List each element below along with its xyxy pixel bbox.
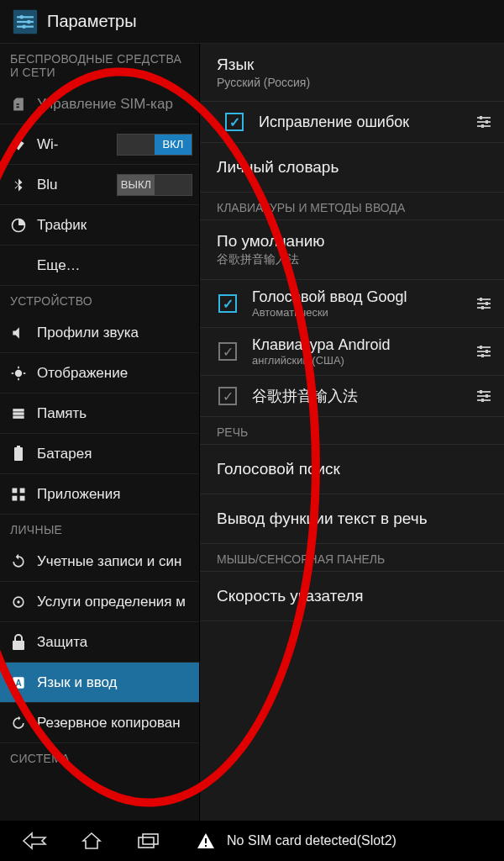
- default-ime-sub: 谷歌拼音输入法: [217, 252, 491, 267]
- settings-icon: [7, 8, 44, 36]
- svg-rect-20: [13, 495, 18, 500]
- svg-rect-13: [13, 409, 24, 411]
- sidebar-item-label: Wi-: [37, 136, 117, 153]
- sidebar-item-bluetooth[interactable]: Blu ВЫКЛ: [0, 165, 199, 205]
- settings-sliders-icon[interactable]: [472, 110, 496, 134]
- sidebar-item-label: Blu: [37, 177, 117, 193]
- lock-icon: [8, 632, 29, 652]
- sidebar-item-label: Учетные записи и син: [37, 553, 192, 570]
- section-header-system: СИСТЕМА: [0, 743, 199, 770]
- section-header-device: УСТРОЙСТВО: [0, 286, 199, 313]
- svg-rect-32: [481, 124, 484, 128]
- default-ime-title: По умолчанию: [217, 232, 491, 251]
- apps-icon: [8, 484, 29, 504]
- sidebar-item-more[interactable]: Еще…: [0, 246, 199, 286]
- voice-search-row[interactable]: Голосовой поиск: [200, 445, 504, 494]
- personal-dict-label: Личный словарь: [217, 158, 491, 177]
- spellcheck-checkbox[interactable]: [225, 113, 244, 131]
- svg-rect-30: [480, 116, 482, 119]
- notification-area[interactable]: No SIM card detected(Slot2): [163, 821, 504, 861]
- svg-point-6: [22, 24, 26, 29]
- language-value: Русский (Россия): [217, 76, 491, 89]
- sidebar-item-label: Батарея: [37, 446, 192, 462]
- pointer-speed-label: Скорость указателя: [217, 587, 491, 605]
- svg-rect-51: [139, 837, 154, 848]
- sidebar-item-data[interactable]: Трафик: [0, 205, 199, 246]
- svg-rect-54: [205, 845, 207, 847]
- sidebar-item-display[interactable]: Отображение: [0, 353, 199, 394]
- sidebar-item-audio[interactable]: Профили звука: [0, 313, 199, 353]
- sidebar-item-wifi[interactable]: Wi- ВКЛ: [0, 124, 199, 165]
- sidebar-item-label: Управление SIM-кар: [37, 96, 192, 113]
- ime-row-android-kbd[interactable]: Клавиатура Android английский (США): [200, 328, 504, 376]
- tts-row[interactable]: Вывод функции текст в речь: [200, 494, 504, 544]
- sidebar-item-label: Еще…: [37, 257, 192, 274]
- wifi-toggle[interactable]: ВКЛ: [117, 134, 192, 156]
- sidebar-item-battery[interactable]: Батарея: [0, 434, 199, 474]
- svg-rect-53: [205, 838, 207, 843]
- sidebar-item-location[interactable]: Услуги определения м: [0, 582, 199, 622]
- sidebar-item-label: Профили звука: [37, 325, 192, 341]
- nav-recent-button[interactable]: [134, 827, 163, 855]
- sidebar-item-label: Защита: [37, 634, 192, 651]
- nav-home-button[interactable]: [77, 827, 106, 855]
- svg-rect-19: [20, 488, 25, 493]
- sidebar-item-security[interactable]: Защита: [0, 622, 199, 663]
- tts-label: Вывод функции текст в речь: [217, 510, 491, 528]
- display-icon: [8, 363, 29, 383]
- section-header-personal: ЛИЧНЫЕ: [0, 515, 199, 541]
- svg-rect-37: [486, 302, 488, 305]
- ime-checkbox[interactable]: [218, 342, 237, 361]
- app-title: Параметры: [47, 12, 137, 31]
- sidebar-item-label: Память: [37, 405, 192, 422]
- voice-search-label: Голосовой поиск: [217, 460, 491, 478]
- pointer-speed-row[interactable]: Скорость указателя: [200, 572, 504, 621]
- svg-point-4: [19, 15, 24, 19]
- sidebar-item-storage[interactable]: Память: [0, 394, 199, 434]
- keyboards-section-header: КЛАВИАТУРЫ И МЕТОДЫ ВВОДА: [200, 193, 504, 220]
- personal-dict-row[interactable]: Личный словарь: [200, 143, 504, 193]
- svg-rect-49: [486, 394, 488, 398]
- sidebar-item-accounts[interactable]: Учетные записи и син: [0, 541, 199, 582]
- svg-rect-50: [481, 399, 484, 402]
- spellcheck-row[interactable]: Исправление ошибок: [200, 102, 504, 143]
- svg-rect-38: [481, 306, 484, 309]
- bt-icon: [8, 175, 29, 195]
- settings-sliders-icon[interactable]: [472, 292, 496, 315]
- sim-icon: [8, 94, 29, 114]
- language-row[interactable]: Язык Русский (Россия): [200, 44, 504, 102]
- ime-checkbox[interactable]: [218, 387, 237, 405]
- svg-rect-48: [480, 390, 482, 394]
- ime-row-google-voice[interactable]: Голосовой ввод Googl Автоматически: [200, 280, 504, 328]
- svg-rect-42: [480, 346, 482, 349]
- audio-icon: [8, 323, 29, 343]
- default-ime-row[interactable]: По умолчанию 谷歌拼音输入法: [200, 220, 504, 280]
- sidebar-item-language[interactable]: A Язык и ввод: [0, 663, 199, 703]
- notification-text: No SIM card detected(Slot2): [227, 833, 396, 848]
- storage-icon: [8, 404, 29, 424]
- ime-sub: английский (США): [252, 354, 467, 367]
- sidebar-item-label: Язык и ввод: [37, 674, 192, 691]
- sidebar-item-label: Трафик: [37, 217, 192, 234]
- sidebar-item-apps[interactable]: Приложения: [0, 474, 199, 515]
- svg-rect-24: [13, 641, 24, 650]
- wifi-icon: [8, 135, 29, 155]
- section-header-wireless: БЕСПРОВОДНЫЕ СРЕДСТВА И СЕТИ: [0, 44, 199, 84]
- sidebar-item-backup[interactable]: Резервное копирован: [0, 703, 199, 743]
- svg-rect-21: [20, 495, 25, 500]
- ime-checkbox[interactable]: [218, 294, 237, 313]
- svg-rect-31: [486, 120, 488, 124]
- svg-rect-17: [17, 446, 20, 447]
- nav-bar: No SIM card detected(Slot2): [0, 821, 504, 861]
- settings-sliders-icon[interactable]: [472, 340, 496, 363]
- sidebar-item-label: Услуги определения м: [37, 594, 192, 610]
- detail-pane: Язык Русский (Россия) Исправление ошибок…: [200, 44, 504, 821]
- nav-back-button[interactable]: [20, 827, 49, 855]
- sidebar-item-sim[interactable]: Управление SIM-кар: [0, 84, 199, 124]
- data-icon: [8, 215, 29, 235]
- ime-row-pinyin[interactable]: 谷歌拼音输入法: [200, 376, 504, 417]
- settings-sliders-icon[interactable]: [472, 384, 496, 408]
- svg-point-5: [27, 19, 31, 24]
- svg-rect-44: [481, 354, 484, 357]
- bt-toggle[interactable]: ВЫКЛ: [117, 174, 192, 196]
